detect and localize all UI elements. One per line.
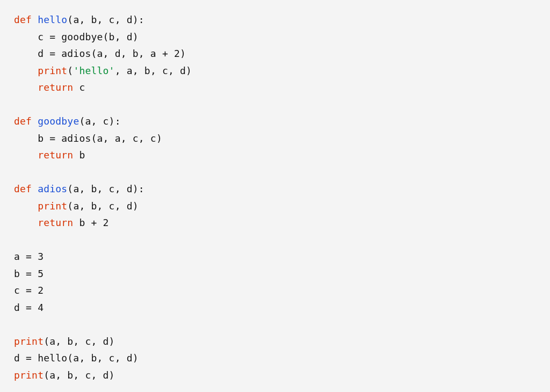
code-content: def hello(a, b, c, d): c = goodbye(b, d)… — [14, 14, 192, 381]
code-block: def hello(a, b, c, d): c = goodbye(b, d)… — [0, 0, 550, 392]
